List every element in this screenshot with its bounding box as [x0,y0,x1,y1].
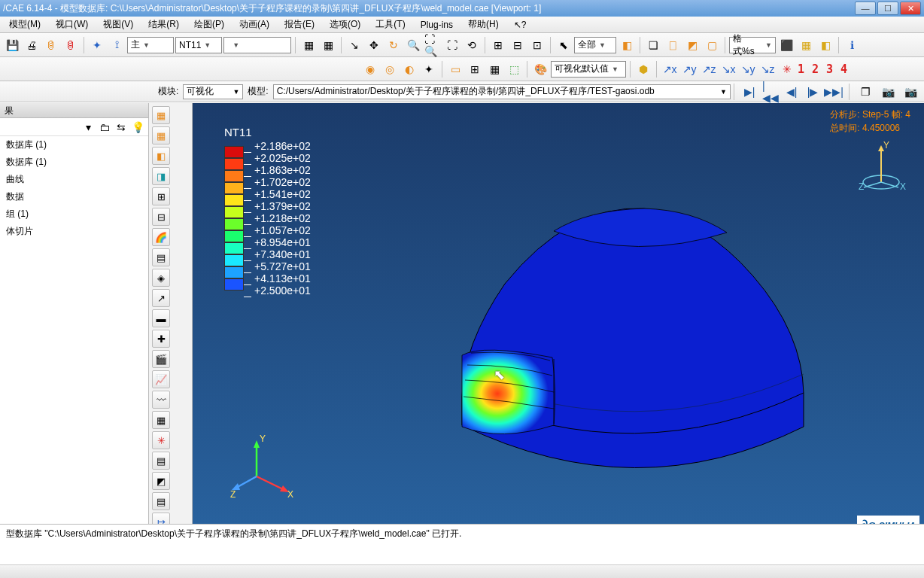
axis-4-label[interactable]: 4 [840,62,847,76]
tree-folder-icon[interactable]: 🗀 [99,121,111,133]
view-compass-icon[interactable]: Y X Z [855,141,907,193]
zoom-icon[interactable]: 🔍 [404,36,422,54]
bbox1-icon[interactable]: ▦ [299,36,318,54]
csys-axes-icon[interactable]: ✳ [778,60,796,78]
tb-table2-icon[interactable]: ▤ [152,492,170,510]
print-icon[interactable]: 🖨 [23,36,41,54]
3d-viewport[interactable]: 分析步: Step-5 帧: 4 总时间: 4.450006 Y X Z NT1… [193,103,924,524]
select-icon[interactable]: ⬉ [555,36,573,54]
cube1-icon[interactable]: ⬛ [777,36,795,54]
step-next-button[interactable]: |▶ [804,84,821,99]
tb-plot-contour-icon[interactable]: ◧ [152,147,170,165]
camera2-icon[interactable]: 📷 [901,83,919,101]
menu-whatsthis[interactable]: ↖? [509,18,531,32]
palette-icon[interactable]: 🎨 [531,60,549,78]
circle2-icon[interactable]: ◎ [381,60,399,78]
box4-icon[interactable]: ⬚ [505,60,523,78]
info-icon[interactable]: ℹ [843,36,861,54]
tb-xydata-icon[interactable]: 〰 [152,391,170,409]
menu-report[interactable]: 报告(E) [280,17,319,32]
pan-icon[interactable]: ✥ [365,36,383,54]
menu-model[interactable]: 模型(M) [5,17,45,32]
solid-cube-icon[interactable]: ⬢ [634,60,652,78]
copy-view-icon[interactable]: ❐ [856,83,874,101]
bbox2-icon[interactable]: ▦ [319,36,337,54]
tb-ply-icon[interactable]: ▬ [152,309,170,327]
menu-tools[interactable]: 工具(T) [371,17,409,32]
variable-scope-combo[interactable]: 主▼ [127,37,174,53]
menu-help[interactable]: 帮助(H) [464,17,503,32]
tree-filter-icon[interactable]: ▾ [82,121,94,133]
grid3-icon[interactable]: ⊡ [528,36,546,54]
cube3-icon[interactable]: ◧ [816,36,834,54]
tb-plot-deformed-icon[interactable]: ▦ [152,126,170,144]
csys-x-icon[interactable]: ↗x [661,60,679,78]
tb-history-icon[interactable]: ▦ [152,411,170,429]
box2-icon[interactable]: ⊞ [466,60,484,78]
rotate-icon[interactable]: ↻ [384,36,403,54]
zoom-window-icon[interactable]: ⛶🔍 [424,36,442,54]
menu-view[interactable]: 视图(V) [99,17,138,32]
results-tab[interactable]: 果 [0,103,148,118]
csys-y2-icon[interactable]: ↘y [739,60,757,78]
ruler-icon[interactable]: ✦ [420,60,438,78]
render-style-combo[interactable]: 可视化默认值▼ [551,61,626,78]
csys-x2-icon[interactable]: ↘x [719,60,737,78]
axis-1-label[interactable]: 1 [798,62,804,76]
window-maximize-button[interactable]: ☐ [877,2,898,15]
tb-materialdir-icon[interactable]: ↗ [152,289,170,307]
play-prev-button[interactable]: |◀◀ [762,84,779,99]
tb-xyplot-icon[interactable]: 📈 [152,370,170,388]
circle3-icon[interactable]: ◐ [400,60,418,78]
tree-item-odb1[interactable]: 数据库 (1) [0,136,148,154]
window-minimize-button[interactable]: — [855,2,876,15]
window-close-button[interactable]: ✕ [900,2,921,15]
tree-item-groups[interactable]: 组 (1) [0,205,148,223]
layer3-icon[interactable]: ◩ [683,36,701,54]
axis-3-label[interactable]: 3 [826,62,833,76]
play-first-button[interactable]: ▶| [741,84,758,99]
component-combo[interactable]: ▼ [223,37,291,53]
cube2-icon[interactable]: ▦ [797,36,815,54]
layer2-icon[interactable]: ⎕ [664,36,682,54]
model-path-field[interactable]: C:/Users/Administrator/Desktop/关于子程序课程的录… [273,84,731,99]
tb-spectrum-icon[interactable]: 🌈 [152,228,170,246]
cycle-view-icon[interactable]: ⟲ [463,36,481,54]
box1-icon[interactable]: ▭ [446,60,464,78]
menu-options[interactable]: 选项(O) [325,17,365,32]
wire-icon[interactable]: ✦ [88,36,106,54]
tb-orient-icon[interactable]: ✚ [152,330,170,348]
step-prev-button[interactable]: ◀| [783,84,800,99]
tree-link-icon[interactable]: ⇆ [115,121,127,133]
tb-table-icon[interactable]: ▤ [152,452,170,470]
format-combo[interactable]: 格式%s▼ [729,37,776,53]
fit-view-icon[interactable]: ⛶ [443,36,461,54]
highlight-icon[interactable]: ◧ [618,36,636,54]
menu-plot[interactable]: 绘图(P) [190,17,229,32]
tree-item-odb2[interactable]: 数据库 (1) [0,154,148,171]
selection-filter-combo[interactable]: 全部▼ [574,37,616,53]
tree-item-slices[interactable]: 体切片 [0,223,148,240]
csys-z-icon[interactable]: ↗z [700,60,718,78]
tb-triad-icon[interactable]: ✳ [152,431,170,449]
layer4-icon[interactable]: ▢ [703,36,721,54]
tb-symbol-icon[interactable]: ◈ [152,269,170,287]
grid1-icon[interactable]: ⊞ [489,36,507,54]
layer1-icon[interactable]: ❏ [644,36,662,54]
box3-icon[interactable]: ▦ [485,60,503,78]
menu-animate[interactable]: 动画(A) [235,17,274,32]
tree-bulb-icon[interactable]: 💡 [132,121,144,133]
menu-plugins[interactable]: Plug-ins [416,18,457,32]
module-combo[interactable]: 可视化▼ [183,84,243,99]
tree-item-curves[interactable]: 曲线 [0,171,148,188]
tb-common-opts-icon[interactable]: ⊞ [152,187,170,205]
csys-y-icon[interactable]: ↗y [680,60,698,78]
tb-plot-overlay-icon[interactable]: ◨ [152,167,170,185]
save-icon[interactable]: 💾 [3,36,21,54]
tb-field-icon[interactable]: ◩ [152,472,170,490]
menu-viewport[interactable]: 视口(W) [51,17,93,32]
db1-icon[interactable]: 🛢 [42,36,60,54]
tb-superimpose-icon[interactable]: ⊟ [152,208,170,226]
field-variable-combo[interactable]: NT11▼ [175,37,222,53]
camera1-icon[interactable]: 📷 [879,83,897,101]
